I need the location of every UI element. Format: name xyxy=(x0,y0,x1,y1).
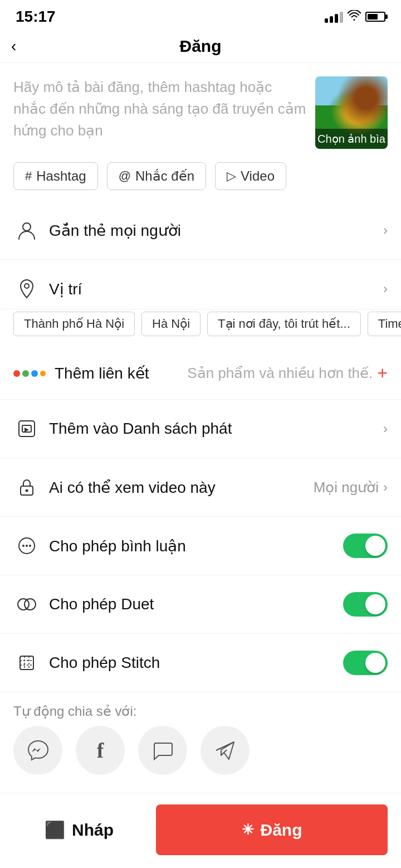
add-playlist-label: Thêm vào Danh sách phát xyxy=(49,420,383,438)
description-area: Hãy mô tả bài đăng, thêm hashtag hoặc nh… xyxy=(0,63,401,158)
add-link-label: Thêm liên kết xyxy=(55,364,187,382)
signal-icon xyxy=(325,11,343,23)
add-icon: + xyxy=(377,363,388,384)
post-icon: ✳ xyxy=(242,821,254,838)
allow-duet-toggle[interactable] xyxy=(343,592,388,617)
draft-icon: ⬛ xyxy=(45,820,65,840)
hashtag-button[interactable]: # Hashtag xyxy=(13,162,98,190)
tag-people-label: Gắn thẻ mọi người xyxy=(49,221,383,240)
back-button[interactable]: ‹ xyxy=(11,37,16,55)
location-tags-row: Thành phố Hà Nội Hà Nội Tại nơi đây, tôi… xyxy=(0,309,401,347)
who-can-view-label: Ai có thể xem video này xyxy=(49,478,314,497)
draft-label: Nháp xyxy=(72,821,114,840)
bottom-bar: ⬛ Nháp ✳ Đăng xyxy=(0,793,401,866)
allow-stitch-row: Cho phép Stitch xyxy=(0,634,401,692)
svg-point-8 xyxy=(26,545,28,547)
add-link-value: Sản phẩm và nhiều hơn thế. xyxy=(187,365,373,382)
allow-duet-row: Cho phép Duet xyxy=(0,575,401,634)
svg-point-10 xyxy=(18,599,29,610)
allow-comment-label: Cho phép bình luận xyxy=(49,537,343,555)
share-icons-row: f xyxy=(0,726,401,793)
mention-button[interactable]: @ Nhắc đến xyxy=(107,162,206,190)
page-title: Đăng xyxy=(180,37,222,56)
allow-stitch-toggle[interactable] xyxy=(343,651,388,675)
dots-icon xyxy=(13,370,46,377)
who-can-view-value: Mọi người xyxy=(314,479,379,496)
status-icons xyxy=(325,10,385,24)
location-tag-1[interactable]: Hà Nội xyxy=(141,312,200,336)
video-icon: ▷ xyxy=(227,169,236,183)
location-tag-0[interactable]: Thành phố Hà Nội xyxy=(13,312,135,336)
svg-point-7 xyxy=(22,545,25,547)
mention-label: Nhắc đến xyxy=(135,168,194,184)
location-row[interactable]: Vị trí › xyxy=(0,260,401,309)
add-link-row[interactable]: Thêm liên kết Sản phẩm và nhiều hơn thế.… xyxy=(0,347,401,400)
mention-icon: @ xyxy=(119,169,131,183)
playlist-icon xyxy=(13,415,40,442)
wifi-icon xyxy=(348,10,361,24)
allow-comment-row: Cho phép bình luận xyxy=(0,517,401,575)
chevron-right-icon-3: › xyxy=(383,421,388,437)
post-button[interactable]: ✳ Đăng xyxy=(156,804,388,855)
svg-point-1 xyxy=(25,284,29,288)
telegram-button[interactable] xyxy=(200,726,250,775)
status-bar: 15:17 xyxy=(0,0,401,30)
draft-button[interactable]: ⬛ Nháp xyxy=(13,804,145,855)
lock-icon xyxy=(13,474,40,501)
cover-image[interactable]: Chọn ảnh bìa xyxy=(315,76,388,149)
tag-people-row[interactable]: Gắn thẻ mọi người › xyxy=(0,201,401,260)
cover-label: Chọn ảnh bìa xyxy=(315,129,388,149)
comment-icon xyxy=(13,532,40,559)
post-label: Đăng xyxy=(261,821,302,840)
svg-point-9 xyxy=(29,545,31,547)
allow-duet-label: Cho phép Duet xyxy=(49,595,343,613)
video-label: Video xyxy=(241,168,275,184)
stitch-icon xyxy=(13,649,40,676)
battery-icon xyxy=(365,12,385,22)
chevron-right-icon: › xyxy=(383,222,388,238)
add-playlist-row[interactable]: Thêm vào Danh sách phát › xyxy=(0,400,401,458)
allow-stitch-label: Cho phép Stitch xyxy=(49,654,343,672)
share-label: Tự động chia sẻ với: xyxy=(0,692,401,726)
person-icon xyxy=(13,217,40,244)
main-content: Hãy mô tả bài đăng, thêm hashtag hoặc nh… xyxy=(0,63,401,868)
header: ‹ Đăng xyxy=(0,30,401,63)
svg-point-5 xyxy=(26,489,28,492)
svg-point-11 xyxy=(25,599,36,610)
tags-row: # Hashtag @ Nhắc đến ▷ Video xyxy=(0,158,401,201)
chevron-right-icon-4: › xyxy=(383,479,388,495)
location-tag-2[interactable]: Tại nơi đây, tôi trút hết... xyxy=(207,312,361,336)
location-tag-3[interactable]: Times City - T10 xyxy=(368,312,401,336)
hashtag-label: Hashtag xyxy=(36,168,86,184)
messages-button[interactable] xyxy=(138,726,187,775)
video-button[interactable]: ▷ Video xyxy=(215,162,286,190)
facebook-button[interactable]: f xyxy=(76,726,125,775)
duet-icon xyxy=(13,591,40,618)
who-can-view-row[interactable]: Ai có thể xem video này Mọi người › xyxy=(0,458,401,517)
status-time: 15:17 xyxy=(16,8,56,26)
allow-comment-toggle[interactable] xyxy=(343,534,388,558)
svg-rect-12 xyxy=(20,656,33,670)
hashtag-icon: # xyxy=(25,169,32,183)
description-placeholder[interactable]: Hãy mô tả bài đăng, thêm hashtag hoặc nh… xyxy=(13,76,306,142)
location-label: Vị trí xyxy=(49,280,383,298)
location-icon xyxy=(13,275,40,302)
svg-point-0 xyxy=(23,223,31,231)
chevron-right-icon-2: › xyxy=(383,281,388,297)
messenger-button[interactable] xyxy=(13,726,62,775)
